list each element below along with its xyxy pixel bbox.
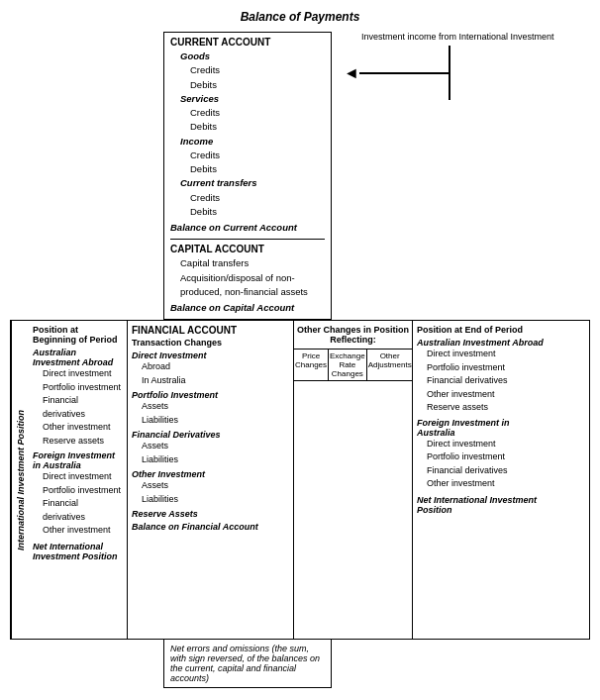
net-iip-end: Net International Investment Position [417,495,548,515]
au-di-start: Direct investment [33,367,123,381]
fi-di-end: Direct investment [417,438,548,451]
net-iip-start: Net International Investment Position [33,542,123,561]
au-invest-abroad-start: Australian Investment Abroad [33,348,123,367]
portfolio-investment-label: Portfolio Investment [132,390,289,400]
au-oi-end: Other investment [417,388,548,402]
fd-liabilities: Liabilities [132,453,289,467]
current-transfers-label: Current transfers [170,176,325,190]
main-layout: CURRENT ACCOUNT Goods Credits Debits Ser… [10,32,590,688]
goods-debits: Debits [170,78,325,92]
au-ra-start: Reserve assets [33,435,123,449]
reserve-assets-label: Reserve Assets [132,509,289,519]
current-account-title: CURRENT ACCOUNT [170,37,325,48]
pi-assets: Assets [132,400,289,414]
ct-debits: Debits [170,205,325,219]
other-adjustments-col: Other Adjustments [367,350,413,380]
services-debits: Debits [170,120,325,134]
other-changes-data-area [294,381,412,639]
financial-col: FINANCIAL ACCOUNT Transaction Changes Di… [128,321,294,639]
goods-credits: Credits [170,63,325,77]
au-fd-start: Financial derivatives [33,394,123,421]
au-oi-start: Other investment [33,421,123,435]
balance-capital: Balance on Capital Account [170,301,325,315]
fi-pi-end: Portfolio investment [417,450,548,464]
au-pi-start: Portfolio investment [33,381,123,395]
goods-label: Goods [170,50,325,63]
bottom-section: International Investment Position Positi… [10,320,590,640]
fi-australia-start: Foreign Investment in Australia [33,450,123,470]
au-ra-end: Reserve assets [417,401,548,415]
fi-pi-start: Portfolio investment [33,484,123,498]
iip-start-title: Position at Beginning of Period [33,325,123,345]
services-credits: Credits [170,106,325,120]
balance-financial: Balance on Financial Account [132,522,289,532]
net-errors-text: Net errors and omissions (the sum, with … [170,644,325,683]
financial-account-title: FINANCIAL ACCOUNT [132,325,289,336]
fi-oi-start: Other investment [33,524,123,538]
au-pi-end: Portfolio investment [417,361,548,375]
iip-end-title: Position at End of Period [417,325,548,335]
arrow-vertical-wrap [449,46,450,100]
di-in-australia: In Australia [132,374,289,388]
current-capital-box: CURRENT ACCOUNT Goods Credits Debits Ser… [163,32,332,320]
fi-di-start: Direct investment [33,470,123,484]
fi-fd-end: Financial derivatives [417,464,548,478]
oi-assets: Assets [132,479,289,493]
investment-income-label: Investment income from International Inv… [361,32,561,42]
iip-end-col: Position at End of Period Australian Inv… [413,321,551,639]
fi-australia-end: Foreign Investment in Australia [417,418,548,438]
arrow-section: Investment income from International Inv… [344,32,561,320]
di-abroad: Abroad [132,360,289,374]
transaction-changes-label: Transaction Changes [132,338,289,348]
fi-fd-start: Financial derivatives [33,497,123,524]
financial-derivatives-label: Financial Derivatives [132,430,289,440]
arrow-left-icon: ◄ [344,65,359,81]
balance-current: Balance on Current Account [170,221,325,235]
other-changes-header: Other Changes in Position Reflecting: [294,321,412,350]
iip-start-col: Position at Beginning of Period Australi… [29,321,128,639]
direct-investment-label: Direct Investment [132,350,289,360]
other-changes-subheaders: Price Changes Exchange Rate Changes Othe… [294,350,412,381]
arrow-horizontal-line [359,72,449,74]
arrow-vertical-line [449,46,450,100]
capital-account-title: CAPITAL ACCOUNT [170,244,325,254]
acquisition-label: Acquisition/disposal of non-produced, no… [170,271,325,300]
oi-liabilities: Liabilities [132,493,289,507]
pi-liabilities: Liabilities [132,414,289,428]
au-fd-end: Financial derivatives [417,374,548,388]
iip-side-label: International Investment Position [11,321,29,639]
other-changes-col: Other Changes in Position Reflecting: Pr… [294,321,413,639]
income-credits: Credits [170,149,325,162]
net-errors-box: Net errors and omissions (the sum, with … [163,640,332,688]
fi-oi-end: Other investment [417,477,548,491]
other-investment-label: Other Investment [132,469,289,479]
exchange-rate-col: Exchange Rate Changes [329,350,367,380]
au-di-end: Direct investment [417,348,548,361]
capital-transfers: Capital transfers [170,256,325,270]
services-label: Services [170,92,325,106]
arrow-row: ◄ [344,46,561,100]
income-label: Income [170,135,325,149]
price-changes-col: Price Changes [294,350,329,380]
ct-credits: Credits [170,191,325,205]
fd-assets: Assets [132,440,289,453]
income-debits: Debits [170,162,325,176]
page-title: Balance of Payments [10,10,590,24]
au-invest-abroad-end: Australian Investment Abroad [417,338,548,348]
